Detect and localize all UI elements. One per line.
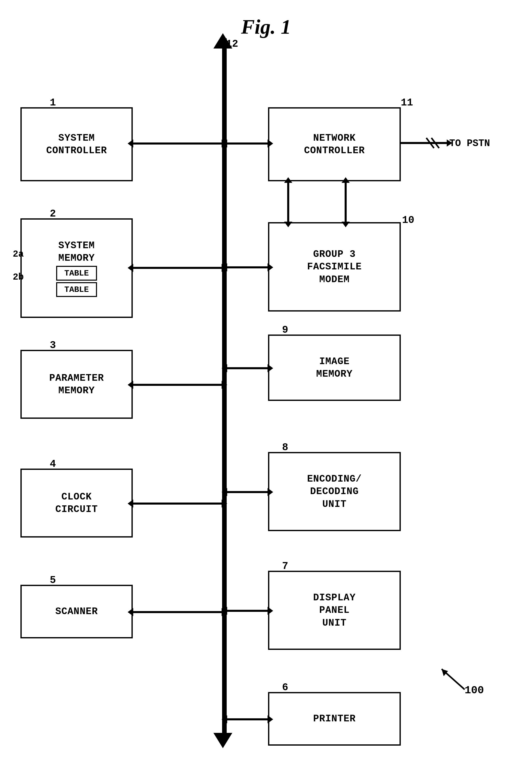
arrow-parameter-memory — [133, 384, 222, 386]
encoding-decoding-label: ENCODING/DECODINGUNIT — [307, 473, 362, 511]
group3-modem-box: GROUP 3FACSIMILEMODEM — [268, 222, 401, 311]
system-controller-label: SYSTEMCONTROLLER — [46, 132, 107, 157]
ref-system-memory: 2 — [50, 208, 56, 220]
clock-circuit-label: CLOCKCIRCUIT — [55, 491, 98, 516]
ref-system-controller: 1 — [50, 97, 56, 108]
arrow-display-panel — [227, 610, 268, 612]
table-b-box: TABLE — [56, 282, 97, 297]
printer-label: PRINTER — [313, 712, 356, 725]
table-a-box: TABLE — [56, 266, 97, 281]
v-arrow-nc-g3-right — [345, 182, 347, 222]
to-pstn-label: TO PSTN — [449, 138, 490, 149]
display-panel-label: DISPLAYPANELUNIT — [313, 591, 356, 629]
encoding-decoding-box: ENCODING/DECODINGUNIT — [268, 452, 401, 531]
display-panel-box: DISPLAYPANELUNIT — [268, 571, 401, 650]
ref-2b: 2b — [13, 272, 24, 282]
diagram: Fig. 1 12 1 SYSTEMCONTROLLER 2 SYSTEMMEM… — [0, 0, 532, 775]
image-memory-box: IMAGEMEMORY — [268, 334, 401, 401]
ref-100-label: 100 — [465, 684, 484, 697]
svg-marker-5 — [442, 669, 448, 676]
network-controller-box: NETWORKCONTROLLER — [268, 107, 401, 181]
ref-display-panel: 7 — [282, 561, 288, 572]
arrow-system-memory — [133, 267, 222, 269]
group3-modem-label: GROUP 3FACSIMILEMODEM — [307, 248, 362, 286]
arrow-printer — [227, 718, 268, 720]
arrow-network-controller — [227, 142, 268, 144]
table-b-label: TABLE — [64, 285, 89, 294]
ref-scanner: 5 — [50, 575, 56, 586]
parameter-memory-label: PARAMETERMEMORY — [49, 372, 104, 397]
arrow-encoding-decoding — [227, 491, 268, 493]
ref-network-controller: 11 — [401, 97, 413, 108]
arrow-group3-left — [227, 266, 268, 268]
system-memory-label: SYSTEMMEMORY — [58, 239, 95, 264]
arrow-scanner — [133, 611, 222, 613]
scanner-box: SCANNER — [20, 585, 133, 638]
arrow-image-memory — [227, 367, 268, 369]
ref-2a: 2a — [13, 249, 24, 259]
figure-title: Fig. 1 — [241, 15, 291, 39]
ref-group3-modem: 10 — [402, 214, 414, 226]
ref-printer: 6 — [282, 682, 288, 693]
network-controller-label: NETWORKCONTROLLER — [304, 132, 365, 157]
arrow-system-controller — [133, 142, 222, 144]
clock-circuit-box: CLOCKCIRCUIT — [20, 469, 133, 538]
ref-clock-circuit: 4 — [50, 458, 56, 470]
ref-image-memory: 9 — [282, 324, 288, 336]
image-memory-label: IMAGEMEMORY — [316, 355, 353, 380]
table-a-label: TABLE — [64, 269, 89, 278]
parameter-memory-box: PARAMETERMEMORY — [20, 350, 133, 419]
ref-encoding-decoding: 8 — [282, 442, 288, 453]
bus-arrow-bottom-icon — [213, 733, 232, 748]
ref-parameter-memory: 3 — [50, 339, 56, 351]
printer-box: PRINTER — [268, 692, 401, 746]
system-controller-box: SYSTEMCONTROLLER — [20, 107, 133, 181]
arrow-clock-circuit — [133, 503, 222, 505]
bus-ref-12: 12 — [226, 38, 238, 50]
v-arrow-nc-g3-left — [287, 182, 289, 222]
scanner-label: SCANNER — [55, 605, 98, 618]
system-memory-box: SYSTEMMEMORY TABLE TABLE — [20, 218, 133, 318]
